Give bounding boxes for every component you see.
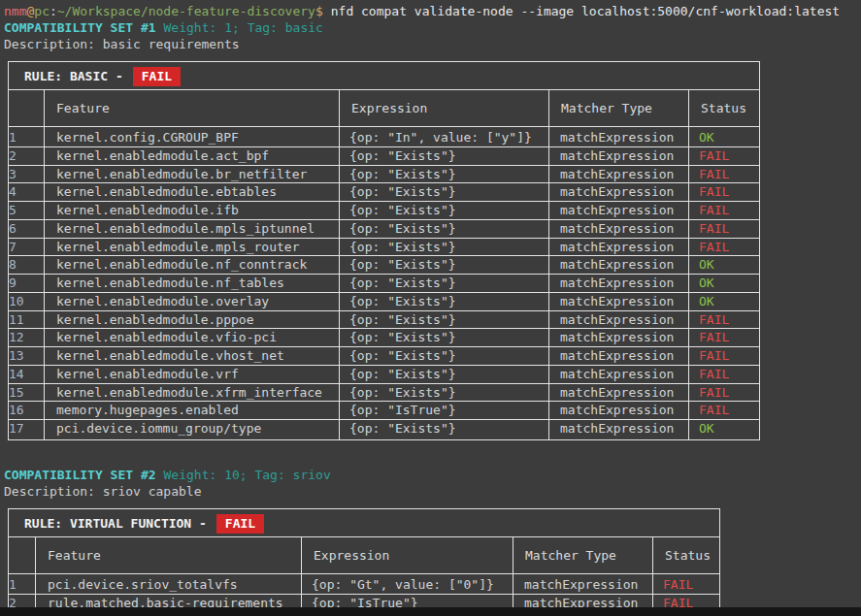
table-row: 9kernel.enabledmodule.nf_tables{op: "Exi… bbox=[9, 275, 760, 293]
row-number: 16 bbox=[9, 402, 45, 420]
feature-cell: kernel.enabledmodule.pppoe bbox=[45, 310, 340, 329]
matcher-type-cell: matchExpression bbox=[549, 275, 689, 293]
expression-cell: {op: "Exists"} bbox=[340, 310, 549, 329]
table-row: 1kernel.config.CGROUP_BPF{op: "In", valu… bbox=[9, 127, 760, 147]
set2-meta: Weight: 10; Tag: sriov bbox=[164, 468, 331, 482]
matcher-type-cell: matchExpression bbox=[513, 573, 653, 594]
table-row: 1pci.device.sriov_totalvfs{op: "Gt", val… bbox=[9, 573, 720, 594]
expression-cell: {op: "Exists"} bbox=[340, 420, 549, 440]
feature-cell: kernel.enabledmodule.ifb bbox=[45, 202, 340, 220]
feature-cell: pci.device.iommu_group/type bbox=[45, 420, 340, 440]
row-number: 2 bbox=[9, 146, 45, 165]
feature-cell: kernel.enabledmodule.vrf bbox=[45, 365, 340, 383]
status-cell: FAIL bbox=[689, 183, 760, 202]
row-number: 17 bbox=[9, 420, 45, 440]
matcher-type-cell: matchExpression bbox=[549, 365, 689, 383]
status-cell: OK bbox=[689, 256, 760, 275]
feature-cell: kernel.enabledmodule.act_bpf bbox=[45, 146, 340, 165]
table-header-row: Feature Expression Matcher Type Status bbox=[9, 536, 720, 573]
table-row: 3kernel.enabledmodule.br_netfilter{op: "… bbox=[9, 165, 760, 183]
status-cell: FAIL bbox=[689, 146, 760, 165]
row-number: 11 bbox=[9, 310, 45, 329]
terminal-window[interactable]: nmm@pc:~/Workspace/node-feature-discover… bbox=[0, 0, 861, 616]
status-cell: FAIL bbox=[689, 402, 760, 420]
status-cell: FAIL bbox=[689, 202, 760, 220]
feature-cell: kernel.enabledmodule.nf_conntrack bbox=[45, 256, 340, 275]
rule-title-cell: RULE: VIRTUAL FUNCTION -FAIL bbox=[9, 508, 720, 536]
feature-cell: kernel.enabledmodule.mpls_iptunnel bbox=[45, 219, 340, 238]
matcher-type-cell: matchExpression bbox=[549, 165, 689, 183]
row-number: 15 bbox=[9, 383, 45, 402]
rule-title-row: RULE: VIRTUAL FUNCTION -FAIL bbox=[9, 508, 720, 536]
matcher-type-cell: matchExpression bbox=[549, 347, 689, 366]
prompt-host: pc bbox=[34, 4, 50, 18]
matcher-type-cell: matchExpression bbox=[549, 256, 689, 275]
table-row: 10kernel.enabledmodule.overlay{op: "Exis… bbox=[9, 292, 760, 310]
table-row: 16memory.hugepages.enabled{op: "IsTrue"}… bbox=[9, 402, 760, 420]
matcher-type-cell: matchExpression bbox=[549, 383, 689, 402]
matcher-type-cell: matchExpression bbox=[549, 402, 689, 420]
expression-cell: {op: "Gt", value: ["0"]} bbox=[302, 573, 513, 594]
expression-cell: {op: "Exists"} bbox=[340, 146, 549, 165]
prompt-path: ~/Workspace/node-feature-discovery bbox=[57, 4, 315, 18]
set1-meta: Weight: 1; Tag: basic bbox=[164, 20, 323, 35]
row-number: 5 bbox=[9, 202, 45, 220]
expression-cell: {op: "Exists"} bbox=[340, 256, 549, 275]
set2-description: Description: sriov capable bbox=[4, 483, 861, 500]
prompt-user: nmm bbox=[4, 4, 26, 18]
status-badge: FAIL bbox=[133, 67, 181, 86]
expression-cell: {op: "In", value: ["y"]} bbox=[340, 127, 549, 147]
status-cell: FAIL bbox=[689, 329, 760, 347]
expression-cell: {op: "IsTrue"} bbox=[340, 402, 549, 420]
rule-table-basic: RULE: BASIC -FAIL Feature Expression Mat… bbox=[8, 61, 760, 440]
table-row: 2kernel.enabledmodule.act_bpf{op: "Exist… bbox=[9, 146, 760, 165]
row-number: 10 bbox=[9, 292, 45, 310]
row-number: 7 bbox=[9, 238, 45, 256]
feature-cell: kernel.enabledmodule.br_netfilter bbox=[45, 165, 340, 183]
rule-table-virtual-function: RULE: VIRTUAL FUNCTION -FAIL Feature Exp… bbox=[8, 508, 720, 615]
header-status: Status bbox=[689, 90, 760, 127]
feature-cell: kernel.config.CGROUP_BPF bbox=[45, 127, 340, 147]
feature-cell: memory.hugepages.enabled bbox=[45, 402, 340, 420]
row-number: 8 bbox=[9, 256, 45, 275]
expression-cell: {op: "Exists"} bbox=[340, 165, 549, 183]
table-row: 13kernel.enabledmodule.vhost_net{op: "Ex… bbox=[9, 347, 760, 366]
table-row: 8kernel.enabledmodule.nf_conntrack{op: "… bbox=[9, 256, 760, 275]
set2-title: COMPATIBILITY SET #2 bbox=[4, 468, 156, 482]
status-cell: FAIL bbox=[689, 310, 760, 329]
matcher-type-cell: matchExpression bbox=[549, 420, 689, 440]
status-cell: OK bbox=[689, 420, 760, 440]
feature-cell: kernel.enabledmodule.mpls_router bbox=[45, 238, 340, 256]
row-number: 13 bbox=[9, 347, 45, 366]
command-text: nfd compat validate-node --image localho… bbox=[331, 4, 840, 18]
expression-cell: {op: "Exists"} bbox=[340, 383, 549, 402]
prompt-line: nmm@pc:~/Workspace/node-feature-discover… bbox=[4, 3, 861, 19]
matcher-type-cell: matchExpression bbox=[549, 146, 689, 165]
row-number: 4 bbox=[9, 183, 45, 202]
row-number: 12 bbox=[9, 329, 45, 347]
table-row: 14kernel.enabledmodule.vrf{op: "Exists"}… bbox=[9, 365, 760, 383]
matcher-type-cell: matchExpression bbox=[549, 219, 689, 238]
feature-cell: kernel.enabledmodule.vfio-pci bbox=[45, 329, 340, 347]
row-number: 9 bbox=[9, 275, 45, 293]
rule-label: RULE: BASIC - bbox=[24, 69, 123, 83]
expression-cell: {op: "Exists"} bbox=[340, 202, 549, 220]
header-feature: Feature bbox=[45, 90, 340, 127]
expression-cell: {op: "Exists"} bbox=[340, 275, 549, 293]
row-number: 1 bbox=[9, 573, 36, 594]
expression-cell: {op: "Exists"} bbox=[340, 365, 549, 383]
expression-cell: {op: "Exists"} bbox=[340, 219, 549, 238]
status-cell: FAIL bbox=[689, 238, 760, 256]
feature-cell: kernel.enabledmodule.vhost_net bbox=[45, 347, 340, 366]
header-status: Status bbox=[653, 536, 720, 573]
row-number: 1 bbox=[9, 127, 45, 147]
feature-cell: kernel.enabledmodule.ebtables bbox=[45, 183, 340, 202]
matcher-type-cell: matchExpression bbox=[549, 238, 689, 256]
status-badge: FAIL bbox=[216, 514, 264, 534]
header-number bbox=[9, 536, 36, 573]
expression-cell: {op: "Exists"} bbox=[340, 238, 549, 256]
feature-cell: kernel.enabledmodule.xfrm_interface bbox=[45, 383, 340, 402]
prompt-dollar: $ bbox=[315, 4, 323, 18]
expression-cell: {op: "Exists"} bbox=[340, 292, 549, 310]
table-row: 4kernel.enabledmodule.ebtables{op: "Exis… bbox=[9, 183, 760, 202]
